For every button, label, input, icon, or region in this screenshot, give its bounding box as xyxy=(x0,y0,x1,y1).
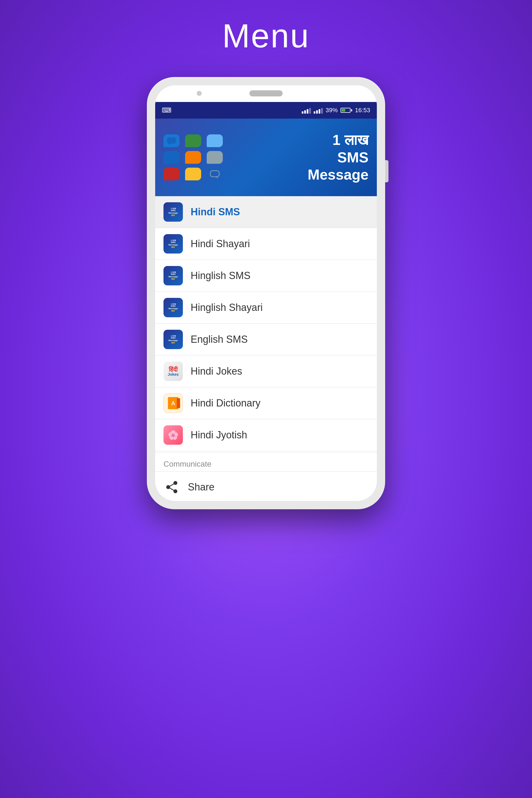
menu-list: 1 लाख SMS Message हिन्दी Hindi SMS 1 लाख… xyxy=(155,196,377,501)
bar2 xyxy=(316,110,318,114)
banner-line3: Message xyxy=(307,166,368,183)
bar3 xyxy=(319,109,320,114)
phone-top-bar xyxy=(155,86,377,102)
menu-item-hindi-shayari[interactable]: 1 लाख SMS Message हिन्दी Hindi Shayari xyxy=(155,228,377,260)
phone-frame: ⌨ 39% xyxy=(147,77,385,509)
svg-point-2 xyxy=(189,137,197,144)
svg-point-6 xyxy=(167,154,176,160)
bubble-6 xyxy=(207,151,223,164)
battery-percent: 39% xyxy=(326,107,338,114)
svg-line-20 xyxy=(168,483,175,487)
svg-marker-9 xyxy=(189,160,193,161)
phone-screen: ⌨ 39% xyxy=(155,86,377,501)
clock: 16:53 xyxy=(355,107,370,114)
battery-icon xyxy=(341,108,352,113)
status-left: ⌨ xyxy=(162,107,172,114)
banner-text: 1 लाख SMS Message xyxy=(307,131,368,183)
menu-item-hindi-jokes[interactable]: हिंदी Jokes Hindi Jokes xyxy=(155,356,377,387)
bar2 xyxy=(304,110,306,114)
menu-item-hindi-dictionary[interactable]: A Hindi Dictionary xyxy=(155,387,377,419)
svg-rect-0 xyxy=(167,137,176,144)
banner-line2: SMS xyxy=(307,149,368,166)
battery-tip xyxy=(351,109,352,111)
svg-marker-1 xyxy=(168,144,171,145)
usb-icon: ⌨ xyxy=(162,107,172,114)
app-icon-hindi-shayari: 1 लाख SMS Message हिन्दी xyxy=(164,234,183,253)
svg-rect-4 xyxy=(210,137,219,144)
battery-fill xyxy=(342,109,345,112)
share-label: Share xyxy=(188,481,214,493)
bubble-8 xyxy=(185,168,201,180)
speaker-grille xyxy=(249,90,283,96)
menu-item-hinglish-sms[interactable]: 1 लाख SMS Message हिन्दी Hinglish SMS xyxy=(155,260,377,292)
hindi-jyotish-label: Hindi Jyotish xyxy=(191,429,247,441)
svg-marker-7 xyxy=(168,159,171,161)
app-icon-hinglish-sms: 1 लाख SMS Message हिन्दी xyxy=(164,266,183,285)
communicate-share[interactable]: Share xyxy=(155,472,377,501)
app-icon-hindi-jyotish: 🌸 xyxy=(164,425,183,445)
svg-marker-3 xyxy=(190,143,194,145)
bubble-2 xyxy=(185,134,201,147)
svg-point-14 xyxy=(188,169,198,179)
bar4 xyxy=(321,108,323,114)
page-title: Menu xyxy=(222,17,310,55)
hindi-sms-label: Hindi SMS xyxy=(191,206,240,218)
bubble-3 xyxy=(207,134,223,147)
svg-point-12 xyxy=(167,171,176,177)
app-icon-hindi-jokes: हिंदी Jokes xyxy=(164,362,183,381)
bubble-5 xyxy=(185,151,201,164)
svg-rect-10 xyxy=(210,155,219,160)
hinglish-sms-label: Hinglish SMS xyxy=(191,270,250,282)
bar1 xyxy=(302,111,303,114)
bubble-7 xyxy=(164,168,179,180)
app-icon-english-sms: 1 लाख SMS Message हिन्दी xyxy=(164,330,183,349)
menu-item-english-sms[interactable]: 1 लाख SMS Message हिन्दी English SMS xyxy=(155,324,377,356)
battery-body xyxy=(341,108,350,113)
bar3 xyxy=(307,109,308,114)
banner-line1: 1 लाख xyxy=(307,131,368,149)
svg-rect-8 xyxy=(189,154,197,160)
svg-marker-11 xyxy=(215,160,218,161)
camera-dot xyxy=(197,91,202,96)
banner-icons xyxy=(164,134,225,180)
volume-button xyxy=(385,160,388,182)
banner: 1 लाख SMS Message xyxy=(155,119,377,196)
hinglish-shayari-label: Hinglish Shayari xyxy=(191,302,263,314)
bubble-4 xyxy=(164,151,179,164)
svg-marker-13 xyxy=(168,176,171,178)
svg-marker-5 xyxy=(215,144,218,145)
share-icon xyxy=(164,479,180,495)
app-icon-hinglish-shayari: 1 लाख SMS Message हिन्दी xyxy=(164,298,183,317)
bubble-1 xyxy=(164,134,179,147)
hindi-dictionary-label: Hindi Dictionary xyxy=(191,397,261,409)
bar1 xyxy=(314,111,315,114)
hindi-jokes-label: Hindi Jokes xyxy=(191,365,242,377)
communicate-header: Communicate xyxy=(155,453,377,472)
menu-item-hindi-sms[interactable]: 1 लाख SMS Message हिन्दी Hindi SMS xyxy=(155,196,377,228)
app-icon-hindi-dictionary: A xyxy=(164,394,183,413)
menu-item-hindi-jyotish[interactable]: 🌸 Hindi Jyotish xyxy=(155,419,377,451)
svg-rect-15 xyxy=(210,171,219,177)
menu-item-hinglish-shayari[interactable]: 1 लाख SMS Message हिन्दी Hinglish Shayar… xyxy=(155,292,377,324)
english-sms-label: English SMS xyxy=(191,334,248,345)
status-bar: ⌨ 39% xyxy=(155,102,377,119)
hindi-shayari-label: Hindi Shayari xyxy=(191,238,250,250)
signal-bars-1 xyxy=(302,107,311,114)
signal-bars-2 xyxy=(314,107,323,114)
bar4 xyxy=(309,108,311,114)
svg-line-21 xyxy=(168,487,175,491)
bubble-9 xyxy=(207,168,223,180)
app-icon-hindi-sms: 1 लाख SMS Message हिन्दी xyxy=(164,202,183,222)
status-right: 39% 16:53 xyxy=(302,107,370,114)
